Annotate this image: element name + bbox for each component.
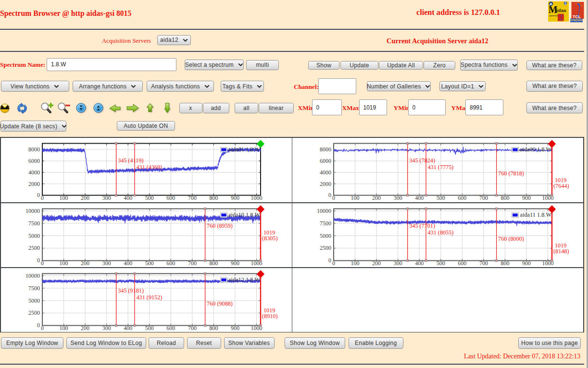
svg-text:800: 800 xyxy=(501,259,510,266)
svg-text:8000: 8000 xyxy=(320,146,331,153)
svg-text:900: 900 xyxy=(522,259,531,266)
svg-text:700: 700 xyxy=(479,259,488,266)
svg-text:300: 300 xyxy=(102,195,111,201)
svg-text:0: 0 xyxy=(41,195,44,201)
svg-text:2000: 2000 xyxy=(320,181,331,187)
svg-text:500: 500 xyxy=(437,259,445,266)
svg-text:8000: 8000 xyxy=(28,146,40,153)
svg-text:100: 100 xyxy=(351,259,360,266)
svg-text:7500: 7500 xyxy=(28,220,40,226)
svg-text:7500: 7500 xyxy=(28,285,40,292)
svg-text:0: 0 xyxy=(41,259,44,266)
svg-text:760 (8959): 760 (8959) xyxy=(207,222,233,229)
svg-text:0: 0 xyxy=(328,257,331,264)
svg-text:200: 200 xyxy=(372,259,381,266)
svg-text:700: 700 xyxy=(479,195,488,201)
svg-text:300: 300 xyxy=(394,259,402,266)
svg-text:200: 200 xyxy=(81,195,89,201)
svg-text:800: 800 xyxy=(209,195,218,201)
svg-text:400: 400 xyxy=(415,195,424,201)
svg-text:5000: 5000 xyxy=(28,297,40,304)
svg-text:6000: 6000 xyxy=(320,158,331,164)
svg-text:0: 0 xyxy=(37,257,40,264)
svg-text:0: 0 xyxy=(37,322,40,329)
svg-text:431 (8055): 431 (8055) xyxy=(428,229,454,235)
svg-text:345 (4119): 345 (4119) xyxy=(118,157,143,164)
svg-text:700: 700 xyxy=(188,259,196,266)
svg-text:aida01 1.8.W: aida01 1.8.W xyxy=(228,146,260,153)
svg-text:2500: 2500 xyxy=(320,245,331,251)
svg-text:aida11 1.8.W: aida11 1.8.W xyxy=(520,211,552,218)
svg-text:0: 0 xyxy=(41,325,44,331)
svg-text:431 (9152): 431 (9152) xyxy=(136,294,162,301)
svg-text:7500: 7500 xyxy=(320,220,331,226)
svg-text:100: 100 xyxy=(59,259,68,266)
svg-text:(8910): (8910) xyxy=(262,313,278,319)
svg-text:1000: 1000 xyxy=(250,195,262,201)
svg-text:100: 100 xyxy=(59,325,68,331)
svg-text:powered by: powered by xyxy=(549,15,558,17)
svg-text:(7644): (7644) xyxy=(553,183,569,189)
svg-text:900: 900 xyxy=(522,195,531,201)
svg-text:0: 0 xyxy=(37,192,40,198)
svg-text:4000: 4000 xyxy=(320,169,331,176)
svg-text:200: 200 xyxy=(81,325,89,331)
svg-text:700: 700 xyxy=(188,195,196,201)
svg-text:TCL POWER: TCL POWER xyxy=(559,20,565,21)
svg-text:345 (7824): 345 (7824) xyxy=(409,157,435,164)
svg-text:100: 100 xyxy=(59,195,68,201)
svg-text:10000: 10000 xyxy=(317,207,331,214)
svg-text:10000: 10000 xyxy=(25,272,40,279)
svg-text:500: 500 xyxy=(437,195,445,201)
svg-text:600: 600 xyxy=(166,195,175,201)
svg-text:600: 600 xyxy=(458,259,467,266)
svg-text:760 (9088): 760 (9088) xyxy=(207,300,233,307)
svg-text:400: 400 xyxy=(124,195,132,201)
svg-text:700: 700 xyxy=(188,325,196,331)
svg-text:400: 400 xyxy=(124,325,132,331)
svg-text:6000: 6000 xyxy=(28,158,40,164)
svg-text:aida12 1.8.W: aida12 1.8.W xyxy=(228,276,260,283)
svg-text:2000: 2000 xyxy=(28,181,40,187)
svg-text:aida10 1.8.W: aida10 1.8.W xyxy=(228,211,260,218)
svg-text:400: 400 xyxy=(415,259,424,266)
svg-text:5000: 5000 xyxy=(320,232,331,239)
svg-text:200: 200 xyxy=(81,259,89,266)
svg-text:345 (9181): 345 (9181) xyxy=(118,287,144,294)
svg-text:760 (8000): 760 (8000) xyxy=(498,235,524,242)
svg-text:600: 600 xyxy=(166,325,175,331)
svg-text:0: 0 xyxy=(328,192,331,198)
svg-text:600: 600 xyxy=(458,195,467,201)
svg-text:2500: 2500 xyxy=(28,245,40,251)
svg-text:500: 500 xyxy=(145,325,153,331)
svg-text:800: 800 xyxy=(209,259,218,266)
svg-text:TCL: TCL xyxy=(573,14,581,19)
svg-text:900: 900 xyxy=(231,195,239,201)
svg-text:600: 600 xyxy=(166,259,175,266)
svg-text:800: 800 xyxy=(501,195,510,201)
svg-text:760 (7818): 760 (7818) xyxy=(498,170,524,177)
svg-text:aida09 1.8.W: aida09 1.8.W xyxy=(520,146,551,153)
svg-text:2500: 2500 xyxy=(28,309,40,316)
svg-text:100: 100 xyxy=(351,195,360,201)
svg-text:900: 900 xyxy=(231,325,239,331)
svg-text:500: 500 xyxy=(145,259,153,266)
svg-text:431 (7775): 431 (7775) xyxy=(428,164,454,171)
svg-text:(8148): (8148) xyxy=(553,248,569,255)
svg-text:500: 500 xyxy=(145,195,153,201)
svg-text:0: 0 xyxy=(332,259,335,266)
svg-text:200: 200 xyxy=(372,195,381,201)
svg-text:300: 300 xyxy=(394,195,402,201)
svg-text:800: 800 xyxy=(209,325,218,331)
svg-text:345 (7701): 345 (7701) xyxy=(409,222,435,229)
svg-text:900: 900 xyxy=(231,259,239,266)
svg-text:10000: 10000 xyxy=(25,207,40,214)
svg-text:300: 300 xyxy=(102,325,111,331)
svg-text:(8305): (8305) xyxy=(262,235,278,242)
svg-text:5000: 5000 xyxy=(28,232,40,239)
svg-text:idas: idas xyxy=(557,8,566,13)
svg-text:0: 0 xyxy=(332,195,335,201)
svg-text:300: 300 xyxy=(102,259,111,266)
svg-text:400: 400 xyxy=(124,259,132,266)
svg-text:POWERED: POWERED xyxy=(570,19,583,22)
